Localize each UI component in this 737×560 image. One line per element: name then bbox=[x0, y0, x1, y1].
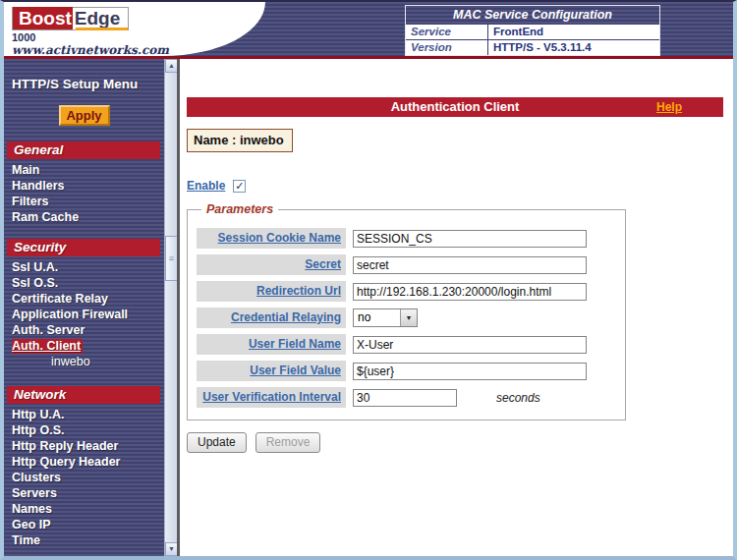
mac-panel-title: MAC Service Configuration bbox=[406, 6, 659, 24]
logo-edge-text: Edge bbox=[73, 7, 128, 29]
sidebar-item-ram-cache[interactable]: Ram Cache bbox=[4, 209, 164, 225]
sidebar-title: HTTP/S Setup Menu bbox=[12, 77, 164, 91]
param-label-user-field-name: User Field Name bbox=[197, 334, 346, 355]
sidebar-item-auth-client[interactable]: Auth. Client bbox=[4, 338, 164, 354]
sidebar-section-network: Network bbox=[7, 386, 160, 404]
param-label-link-redirection-url[interactable]: Redirection Url bbox=[256, 284, 341, 298]
sidebar-item-http-o-s-[interactable]: Http O.S. bbox=[4, 422, 164, 438]
sidebar-item-filters[interactable]: Filters bbox=[4, 194, 164, 209]
parameter-rows: Session Cookie NameSecretRedirection Url… bbox=[197, 228, 625, 408]
sidebar-item-time[interactable]: Time bbox=[4, 532, 164, 548]
sidebar-item-http-query-header[interactable]: Http Query Header bbox=[4, 454, 164, 470]
mac-info-rows: ServiceFrontEndVersionHTTP/S - V5.3.11.4 bbox=[406, 24, 659, 55]
param-label-secret: Secret bbox=[197, 254, 346, 275]
sidebar-item-http-reply-header[interactable]: Http Reply Header bbox=[4, 438, 164, 454]
param-input-secret[interactable] bbox=[353, 256, 587, 274]
action-buttons-row: UpdateRemove bbox=[187, 432, 733, 453]
param-select-value: no bbox=[354, 309, 400, 326]
sidebar-menu: GeneralMainHandlersFiltersRam CacheSecur… bbox=[4, 141, 164, 548]
help-link[interactable]: Help bbox=[656, 97, 682, 117]
mac-info-label: Service bbox=[406, 25, 488, 39]
sidebar-item-geo-ip[interactable]: Geo IP bbox=[4, 517, 164, 532]
logo-website-text: www.activnetworks.com bbox=[12, 43, 163, 56]
param-row-user-field-name: User Field Name bbox=[197, 334, 625, 355]
logo-area: BoostEdge 1000 www.activnetworks.com bbox=[4, 2, 163, 56]
param-label-link-user-field-name[interactable]: User Field Name bbox=[249, 337, 341, 351]
param-label-user-verification-interval: User Verification Interval bbox=[197, 387, 346, 408]
sidebar: HTTP/S Setup Menu Apply GeneralMainHandl… bbox=[4, 59, 177, 556]
param-row-session-cookie-name: Session Cookie Name bbox=[197, 228, 625, 249]
page-header-bar: Authentication Client Help bbox=[187, 97, 723, 117]
sidebar-item-http-u-a-[interactable]: Http U.A. bbox=[4, 407, 164, 422]
remove-button: Remove bbox=[255, 432, 321, 453]
param-row-redirection-url: Redirection Url bbox=[197, 281, 625, 302]
parameters-fieldset: Parameters Session Cookie NameSecretRedi… bbox=[187, 202, 626, 420]
sidebar-scrollbar[interactable]: ▲ ▼ bbox=[164, 59, 177, 556]
mac-info-label: Version bbox=[406, 40, 488, 55]
param-label-link-credential-relaying[interactable]: Credential Relaying bbox=[231, 310, 341, 324]
sidebar-section-security: Security bbox=[7, 239, 160, 256]
param-input-user-field-name[interactable] bbox=[353, 336, 587, 354]
enable-checkbox[interactable]: ✓ bbox=[233, 180, 246, 193]
param-label-user-field-value: User Field Value bbox=[197, 361, 346, 381]
sidebar-item-ssl-o-s-[interactable]: Ssl O.S. bbox=[4, 275, 164, 291]
client-name-box: Name : inwebo bbox=[187, 129, 293, 152]
apply-button[interactable]: Apply bbox=[59, 105, 110, 126]
param-label-link-user-field-value[interactable]: User Field Value bbox=[250, 364, 341, 377]
sidebar-item-auth-server[interactable]: Auth. Server bbox=[4, 322, 164, 338]
param-label-credential-relaying: Credential Relaying bbox=[197, 308, 346, 328]
sidebar-item-inwebo[interactable]: inwebo bbox=[4, 354, 164, 369]
scroll-down-icon[interactable]: ▼ bbox=[165, 542, 177, 556]
param-input-redirection-url[interactable] bbox=[353, 283, 587, 301]
mac-info-value: HTTP/S - V5.3.11.4 bbox=[488, 40, 659, 55]
sidebar-item-ssl-u-a-[interactable]: Ssl U.A. bbox=[4, 259, 164, 275]
param-row-user-verification-interval: User Verification Intervalseconds bbox=[197, 387, 625, 408]
param-input-session-cookie-name[interactable] bbox=[353, 230, 587, 248]
mac-info-value: FrontEnd bbox=[488, 25, 659, 39]
chevron-down-icon[interactable]: ▼ bbox=[400, 309, 417, 326]
sidebar-item-clusters[interactable]: Clusters bbox=[4, 470, 164, 485]
param-select-credential-relaying[interactable]: no▼ bbox=[353, 308, 418, 327]
enable-row: Enable ✓ bbox=[187, 179, 733, 193]
param-input-user-field-value[interactable] bbox=[353, 363, 587, 380]
app-window: BoostEdge 1000 www.activnetworks.com MAC… bbox=[0, 0, 737, 560]
param-suffix-user-verification-interval: seconds bbox=[496, 391, 540, 405]
scroll-up-icon[interactable]: ▲ bbox=[165, 59, 177, 73]
sidebar-item-main[interactable]: Main bbox=[4, 162, 164, 178]
page-title: Authentication Client bbox=[187, 97, 723, 117]
sidebar-item-servers[interactable]: Servers bbox=[4, 485, 164, 501]
mac-service-configuration-panel: MAC Service Configuration ServiceFrontEn… bbox=[405, 5, 660, 56]
sidebar-item-selected-label: Auth. Client bbox=[12, 339, 83, 354]
sidebar-section-general: General bbox=[7, 141, 160, 159]
top-banner: BoostEdge 1000 www.activnetworks.com MAC… bbox=[4, 2, 733, 56]
param-label-link-user-verification-interval[interactable]: User Verification Interval bbox=[202, 390, 341, 404]
param-row-secret: Secret bbox=[197, 254, 625, 275]
param-row-user-field-value: User Field Value bbox=[197, 361, 625, 381]
param-input-user-verification-interval[interactable] bbox=[353, 389, 457, 407]
boostedge-logo: BoostEdge bbox=[12, 7, 129, 30]
parameters-legend: Parameters bbox=[201, 202, 278, 216]
param-label-session-cookie-name: Session Cookie Name bbox=[197, 228, 346, 249]
mac-info-row: VersionHTTP/S - V5.3.11.4 bbox=[406, 39, 659, 55]
sidebar-item-names[interactable]: Names bbox=[4, 501, 164, 517]
param-row-credential-relaying: Credential Relayingno▼ bbox=[197, 308, 625, 328]
main-content: Authentication Client Help Name : inwebo… bbox=[180, 59, 733, 556]
logo-curve-decoration bbox=[163, 2, 265, 56]
logo-model-number: 1000 bbox=[12, 31, 163, 43]
param-label-redirection-url: Redirection Url bbox=[197, 281, 346, 302]
sidebar-item-certificate-relay[interactable]: Certificate Relay bbox=[4, 291, 164, 307]
logo-underline-decoration bbox=[76, 28, 128, 30]
param-label-link-session-cookie-name[interactable]: Session Cookie Name bbox=[218, 231, 341, 245]
sidebar-item-application-firewall[interactable]: Application Firewall bbox=[4, 307, 164, 322]
scrollbar-thumb[interactable] bbox=[165, 236, 177, 281]
sidebar-item-handlers[interactable]: Handlers bbox=[4, 178, 164, 194]
update-button[interactable]: Update bbox=[187, 432, 247, 453]
enable-link[interactable]: Enable bbox=[187, 179, 225, 193]
mac-info-row: ServiceFrontEnd bbox=[406, 24, 659, 39]
param-label-link-secret[interactable]: Secret bbox=[305, 257, 341, 271]
logo-boost-text: Boost bbox=[13, 7, 73, 29]
